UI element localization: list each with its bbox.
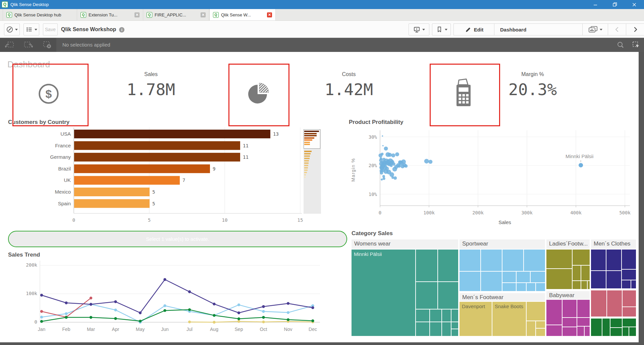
treemap-block[interactable] [562,300,577,317]
treemap-block[interactable] [591,271,606,288]
scatter-point[interactable] [389,172,394,177]
treemap-block[interactable] [573,250,590,265]
scatter-point[interactable] [381,153,384,155]
scatter-point[interactable] [391,153,395,157]
treemap-block[interactable] [430,309,441,322]
edit-button[interactable]: Edit [454,24,494,35]
scatter-point[interactable] [390,164,393,167]
tab-close-icon[interactable]: ✕ [201,12,206,17]
storytelling-button[interactable] [409,23,429,36]
treemap-block[interactable] [442,309,451,322]
tab-fire-applic[interactable]: Q FIRE_APPLIC... ✕ [143,9,209,20]
bar-UK[interactable] [74,176,180,185]
line-point[interactable] [114,317,117,320]
redo-selection-icon[interactable] [23,41,34,49]
treemap-block[interactable] [573,281,581,289]
line-point[interactable] [237,312,240,314]
line-point[interactable] [287,318,289,321]
line-point[interactable] [237,320,240,323]
line-point[interactable] [40,310,43,313]
search-icon[interactable] [616,41,625,49]
bookmarks-button[interactable] [432,23,451,36]
treemap-block[interactable] [502,250,523,271]
treemap-block[interactable] [610,328,622,336]
treemap-block[interactable] [430,322,441,336]
scatter-point[interactable] [382,135,383,137]
line-point[interactable] [90,297,92,299]
treemap-block[interactable] [502,283,516,291]
info-icon[interactable]: i [119,27,124,32]
treemap-block[interactable] [606,250,621,270]
treemap-block[interactable] [517,283,526,291]
line-point[interactable] [65,301,67,304]
treemap-block[interactable] [546,325,562,336]
treemap-block[interactable] [588,281,590,289]
line-point[interactable] [90,303,92,305]
treemap-block[interactable] [562,327,577,336]
minimize-button[interactable] [586,0,605,9]
treemap-block[interactable] [536,329,545,336]
line-point[interactable] [311,306,314,309]
treemap-block[interactable] [623,319,636,327]
line-point[interactable] [114,300,117,303]
treemap-block[interactable] [536,321,545,328]
minimap-viewport[interactable] [304,129,320,149]
tab-close-icon[interactable]: ✕ [267,12,272,17]
tab-extension-tutorial[interactable]: Q Extension Tu... ✕ [77,9,143,20]
filter-activate-button[interactable]: Select 1 value(s) to activate. [8,231,347,247]
treemap-block[interactable] [416,250,437,281]
treemap-block[interactable] [623,327,629,336]
line-point[interactable] [213,314,215,317]
category-sales-treemap[interactable]: Womens wearMinnki PälsiiSportwearMen´s F… [352,239,636,336]
next-sheet-button[interactable] [626,24,644,35]
treemap-block[interactable] [481,272,502,291]
sheet-list-button[interactable] [23,23,39,36]
treemap-block[interactable] [481,250,502,271]
line-point[interactable] [139,320,142,322]
treemap-block[interactable]: Davenport [460,302,492,336]
navigation-menu-button[interactable] [4,23,20,36]
line-point[interactable] [188,308,191,311]
line-point[interactable] [65,312,67,315]
line-point[interactable] [237,303,240,306]
line-point[interactable] [262,305,265,308]
scatter-point[interactable] [380,157,382,160]
treemap-block[interactable] [577,318,590,326]
close-button[interactable] [625,0,644,9]
scatter-point[interactable] [382,175,385,178]
treemap-block[interactable] [591,290,606,317]
line-point[interactable] [114,308,117,311]
treemap-block[interactable] [438,250,458,281]
treemap-block[interactable]: Minnki Pälsii [352,250,415,336]
tab-close-icon[interactable]: ✕ [135,12,140,17]
treemap-block[interactable] [585,327,590,336]
tab-qlik-sense-workshop[interactable]: Q Qlik Sense W... ✕ [209,9,276,20]
treemap-block[interactable] [610,319,622,327]
treemap-block[interactable] [502,272,516,282]
treemap-block[interactable] [546,269,572,289]
line-point[interactable] [139,312,142,314]
bar-France[interactable] [74,141,240,150]
scatter-point[interactable] [384,147,388,151]
line-point[interactable] [163,304,166,307]
treemap-block[interactable] [577,327,584,336]
undo-selection-icon[interactable] [4,41,14,49]
treemap-block[interactable] [531,272,545,282]
save-button[interactable]: Save [43,23,58,36]
treemap-block[interactable] [536,283,545,291]
line-point[interactable] [40,294,43,296]
treemap-block[interactable] [527,302,545,321]
customers-by-country-bar-chart[interactable]: 051015USA13France11Germany11Brazil9UK7Me… [8,128,303,225]
treemap-block[interactable] [622,250,636,269]
treemap-block[interactable] [451,309,458,322]
scatter-point-labeled[interactable] [579,163,583,167]
line-point[interactable] [163,278,166,281]
selections-tool-icon[interactable] [632,41,641,49]
clear-selections-icon[interactable] [43,41,52,49]
kpi-margin[interactable]: Margin % 20.3% [492,71,573,99]
treemap-block[interactable] [460,272,480,291]
treemap-block[interactable] [524,250,545,271]
treemap-block[interactable] [602,319,610,336]
line-point[interactable] [213,321,215,324]
treemap-block[interactable] [442,322,451,336]
